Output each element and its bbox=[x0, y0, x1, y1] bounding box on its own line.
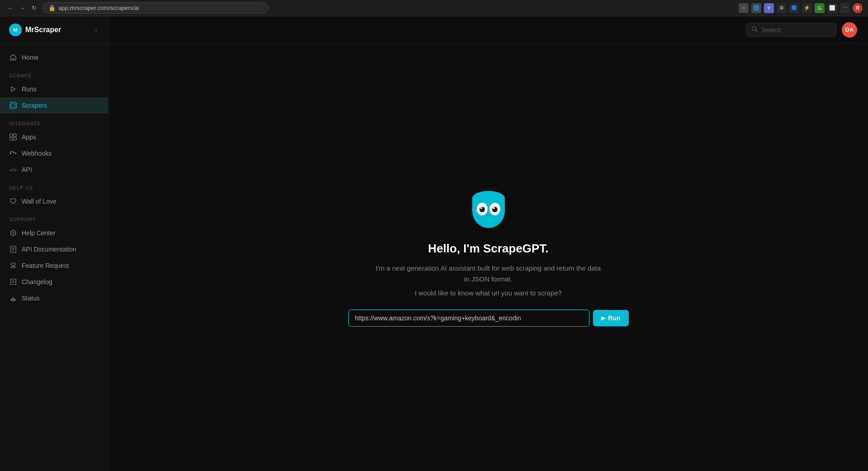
sidebar-item-runs[interactable]: Runs bbox=[0, 81, 108, 97]
svg-point-40 bbox=[486, 214, 488, 216]
run-button-label: Run bbox=[608, 314, 620, 322]
svg-marker-2 bbox=[11, 87, 15, 91]
ext-2[interactable]: Y bbox=[764, 3, 774, 13]
svg-line-29 bbox=[756, 30, 757, 32]
sidebar-section-help-us: Help Us bbox=[0, 178, 108, 193]
sidebar-logo: M MrScraper ‹ bbox=[0, 16, 108, 44]
svg-text:</>: </> bbox=[9, 168, 17, 172]
sidebar-section-support: Support bbox=[0, 209, 108, 225]
search-box[interactable]: Search bbox=[746, 23, 836, 37]
wall-of-love-icon bbox=[9, 197, 17, 205]
apps-icon bbox=[9, 133, 17, 141]
svg-rect-6 bbox=[14, 134, 16, 137]
logo-text: MrScraper bbox=[25, 26, 61, 34]
feature-request-icon bbox=[9, 262, 17, 270]
user-avatar[interactable]: DA bbox=[842, 22, 857, 38]
run-button[interactable]: ▶ Run bbox=[593, 310, 628, 326]
sidebar-item-status[interactable]: Status bbox=[0, 290, 108, 306]
ext-3[interactable]: ⚙ bbox=[777, 3, 787, 13]
greeting-description: I'm a next generation AI assistant built… bbox=[375, 263, 602, 285]
svg-rect-8 bbox=[14, 138, 16, 140]
sidebar-section-integrate: Integrate bbox=[0, 114, 108, 129]
user-icon[interactable]: R bbox=[853, 3, 863, 13]
sidebar-item-webhooks-label: Webhooks bbox=[22, 150, 52, 157]
svg-point-36 bbox=[479, 207, 485, 212]
logo-icon: M bbox=[9, 24, 22, 36]
sidebar-item-home-label: Home bbox=[22, 54, 38, 61]
sidebar: M MrScraper ‹ Home Scrape bbox=[0, 16, 109, 471]
sidebar-item-wall-of-love[interactable]: Wall of Love bbox=[0, 193, 108, 209]
ext-menu[interactable]: ⋯ bbox=[840, 3, 850, 13]
help-center-icon bbox=[9, 229, 17, 237]
sidebar-item-scrapers[interactable]: Scrapers bbox=[0, 97, 108, 114]
sidebar-item-api[interactable]: </> API bbox=[0, 162, 108, 178]
scrape-gpt-panel: Hello, I'm ScrapeGPT. I'm a next generat… bbox=[330, 170, 647, 345]
status-icon bbox=[9, 294, 17, 302]
sidebar-section-scrape: Scrape bbox=[0, 66, 108, 81]
refresh-button[interactable]: ↻ bbox=[29, 3, 39, 13]
browser-extensions: ☆ 🌐 Y ⚙ 🔵 ⚡ G ⬜ ⋯ R bbox=[739, 3, 863, 13]
sidebar-item-webhooks[interactable]: Webhooks bbox=[0, 145, 108, 162]
search-icon bbox=[752, 26, 758, 33]
sidebar-item-api-documentation[interactable]: API Documentation bbox=[0, 241, 108, 257]
sidebar-item-apps[interactable]: Apps bbox=[0, 129, 108, 145]
ext-6[interactable]: G bbox=[815, 3, 825, 13]
mascot-image bbox=[468, 188, 509, 229]
sidebar-item-api-docs-label: API Documentation bbox=[22, 246, 76, 253]
greeting-title: Hello, I'm ScrapeGPT. bbox=[428, 242, 548, 256]
sidebar-item-home[interactable]: Home bbox=[0, 49, 108, 66]
api-icon: </> bbox=[9, 166, 17, 174]
svg-rect-3 bbox=[10, 102, 16, 109]
browser-bar: ← → ↻ 🔒 app.mrscraper.com/scrapers/ai ☆ … bbox=[0, 0, 868, 16]
sidebar-item-changelog-label: Changelog bbox=[22, 278, 52, 285]
svg-rect-7 bbox=[10, 138, 13, 140]
sidebar-navigation: Home Scrape Runs Scra bbox=[0, 44, 108, 471]
svg-point-41 bbox=[489, 214, 491, 216]
app-container: M MrScraper ‹ Home Scrape bbox=[0, 16, 868, 471]
api-docs-icon bbox=[9, 245, 17, 253]
runs-icon bbox=[9, 85, 17, 93]
scrapers-icon bbox=[9, 101, 17, 109]
svg-rect-5 bbox=[10, 134, 13, 137]
ext-4[interactable]: 🔵 bbox=[789, 3, 799, 13]
svg-point-33 bbox=[472, 191, 505, 205]
svg-point-27 bbox=[11, 300, 15, 301]
url-input[interactable] bbox=[348, 309, 590, 327]
sidebar-item-scrapers-label: Scrapers bbox=[22, 102, 47, 109]
address-bar[interactable]: 🔒 app.mrscraper.com/scrapers/ai bbox=[43, 2, 269, 14]
search-placeholder-text: Search bbox=[761, 26, 781, 33]
header: Search DA bbox=[109, 16, 868, 43]
back-button[interactable]: ← bbox=[5, 3, 15, 13]
sidebar-item-changelog[interactable]: Changelog bbox=[0, 274, 108, 290]
sidebar-item-feature-request[interactable]: Feature Request bbox=[0, 257, 108, 274]
svg-rect-4 bbox=[11, 104, 15, 107]
changelog-icon bbox=[9, 278, 17, 286]
svg-point-38 bbox=[480, 207, 482, 209]
url-input-row: ▶ Run bbox=[348, 309, 629, 327]
run-play-icon: ▶ bbox=[601, 315, 605, 321]
sidebar-item-feature-request-label: Feature Request bbox=[22, 262, 69, 269]
sidebar-item-apps-label: Apps bbox=[22, 133, 36, 141]
svg-point-39 bbox=[493, 207, 495, 209]
svg-point-11 bbox=[15, 153, 17, 154]
address-lock-icon: 🔒 bbox=[48, 5, 56, 11]
webhooks-icon bbox=[9, 149, 17, 157]
sidebar-item-status-label: Status bbox=[22, 295, 40, 302]
ext-star-icon[interactable]: ☆ bbox=[739, 3, 749, 13]
main-area: Search DA bbox=[109, 16, 868, 471]
forward-button[interactable]: → bbox=[17, 3, 27, 13]
svg-point-10 bbox=[13, 152, 14, 153]
sidebar-collapse-button[interactable]: ‹ bbox=[93, 24, 99, 35]
sidebar-item-help-center-label: Help Center bbox=[22, 229, 56, 237]
ext-7[interactable]: ⬜ bbox=[827, 3, 837, 13]
svg-point-9 bbox=[10, 153, 11, 154]
url-display: app.mrscraper.com/scrapers/ai bbox=[58, 5, 139, 11]
svg-point-14 bbox=[12, 232, 14, 234]
sidebar-item-api-label: API bbox=[22, 166, 32, 173]
svg-rect-23 bbox=[10, 279, 16, 285]
browser-nav-buttons: ← → ↻ bbox=[5, 3, 39, 13]
svg-point-37 bbox=[492, 207, 498, 212]
sidebar-item-help-center[interactable]: Help Center bbox=[0, 225, 108, 241]
ext-5[interactable]: ⚡ bbox=[802, 3, 812, 13]
ext-1[interactable]: 🌐 bbox=[751, 3, 761, 13]
